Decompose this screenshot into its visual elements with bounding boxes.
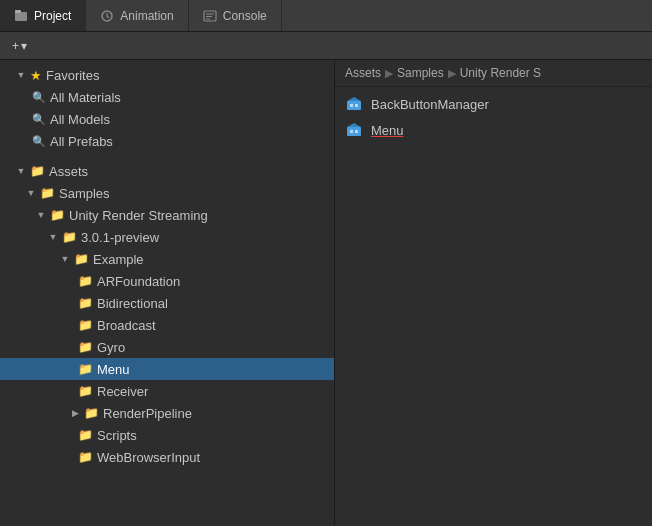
- renderpipeline-folder-icon: 📁: [84, 406, 99, 420]
- console-tab-icon: [203, 9, 217, 23]
- backbuttonmanager-label: BackButtonManager: [371, 97, 489, 112]
- tree-item-gyro[interactable]: 📁 Gyro: [0, 336, 334, 358]
- samples-label: Samples: [59, 186, 110, 201]
- preview-label: 3.0.1-preview: [81, 230, 159, 245]
- broadcast-label: Broadcast: [97, 318, 156, 333]
- tree-item-scripts[interactable]: 📁 Scripts: [0, 424, 334, 446]
- unity-component-icon-menu: [345, 121, 363, 139]
- samples-folder-icon: 📁: [40, 186, 55, 200]
- favorites-header[interactable]: ▼ ★ Favorites: [0, 64, 334, 86]
- tree-item-all-prefabs[interactable]: 🔍 All Prefabs: [0, 130, 334, 152]
- tree-item-all-materials[interactable]: 🔍 All Materials: [0, 86, 334, 108]
- svg-rect-7: [347, 101, 361, 110]
- bidirectional-folder-icon: 📁: [78, 296, 93, 310]
- tree-item-menu[interactable]: 📁 Menu: [0, 358, 334, 380]
- file-item-backbuttonmanager[interactable]: BackButtonManager: [335, 91, 652, 117]
- svg-rect-0: [15, 12, 27, 21]
- file-item-menu[interactable]: Menu: [335, 117, 652, 143]
- svg-rect-1: [15, 10, 21, 13]
- tab-console-label: Console: [223, 9, 267, 23]
- webbrowserinput-label: WebBrowserInput: [97, 450, 200, 465]
- favorites-section: ▼ ★ Favorites 🔍 All Materials 🔍 All Mode…: [0, 60, 334, 156]
- tab-animation-label: Animation: [120, 9, 173, 23]
- menu-file-label: Menu: [371, 123, 404, 138]
- toolbar: + ▾: [0, 32, 652, 60]
- scripts-folder-icon: 📁: [78, 428, 93, 442]
- tree-item-samples[interactable]: ▼ 📁 Samples: [0, 182, 334, 204]
- tree-item-renderpipeline[interactable]: ▶ 📁 RenderPipeline: [0, 402, 334, 424]
- tree-item-bidirectional[interactable]: 📁 Bidirectional: [0, 292, 334, 314]
- svg-rect-10: [355, 104, 358, 107]
- tree-item-all-models[interactable]: 🔍 All Models: [0, 108, 334, 130]
- right-panel: Assets ▶ Samples ▶ Unity Render S BackBu…: [335, 60, 652, 525]
- favorites-star-icon: ★: [30, 68, 42, 83]
- arfoundation-label: ARFoundation: [97, 274, 180, 289]
- assets-arrow: ▼: [16, 166, 26, 176]
- search-icon-prefabs: 🔍: [32, 135, 46, 148]
- all-models-label: All Models: [50, 112, 110, 127]
- gyro-label: Gyro: [97, 340, 125, 355]
- urs-label: Unity Render Streaming: [69, 208, 208, 223]
- add-label: +: [12, 39, 19, 53]
- svg-rect-13: [350, 130, 353, 133]
- unity-component-icon-back: [345, 95, 363, 113]
- svg-rect-11: [347, 127, 361, 136]
- breadcrumb-sep-2: ▶: [448, 67, 456, 80]
- add-button[interactable]: + ▾: [8, 37, 31, 55]
- all-prefabs-label: All Prefabs: [50, 134, 113, 149]
- example-label: Example: [93, 252, 144, 267]
- breadcrumb-unityrenders[interactable]: Unity Render S: [460, 66, 541, 80]
- assets-label: Assets: [49, 164, 88, 179]
- svg-marker-8: [347, 97, 361, 101]
- example-arrow: ▼: [60, 254, 70, 264]
- tab-project-label: Project: [34, 9, 71, 23]
- renderpipeline-label: RenderPipeline: [103, 406, 192, 421]
- tree-item-broadcast[interactable]: 📁 Broadcast: [0, 314, 334, 336]
- svg-rect-9: [350, 104, 353, 107]
- main-layout: ▼ ★ Favorites 🔍 All Materials 🔍 All Mode…: [0, 60, 652, 525]
- urs-folder-icon: 📁: [50, 208, 65, 222]
- tab-project[interactable]: Project: [0, 0, 86, 31]
- file-list: BackButtonManager Menu: [335, 87, 652, 147]
- arfoundation-folder-icon: 📁: [78, 274, 93, 288]
- menu-label: Menu: [97, 362, 130, 377]
- webbrowserinput-folder-icon: 📁: [78, 450, 93, 464]
- assets-section: ▼ 📁 Assets ▼ 📁 Samples ▼ 📁 Unity Render …: [0, 156, 334, 472]
- add-dropdown-icon: ▾: [21, 39, 27, 53]
- project-tab-icon: [14, 9, 28, 23]
- all-materials-label: All Materials: [50, 90, 121, 105]
- assets-folder-icon: 📁: [30, 164, 45, 178]
- tab-console[interactable]: Console: [189, 0, 282, 31]
- tree-item-301preview[interactable]: ▼ 📁 3.0.1-preview: [0, 226, 334, 248]
- bidirectional-label: Bidirectional: [97, 296, 168, 311]
- urs-arrow: ▼: [36, 210, 46, 220]
- menu-folder-icon: 📁: [78, 362, 93, 376]
- tree-item-receiver[interactable]: 📁 Receiver: [0, 380, 334, 402]
- breadcrumb-samples[interactable]: Samples: [397, 66, 444, 80]
- assets-header[interactable]: ▼ 📁 Assets: [0, 160, 334, 182]
- receiver-folder-icon: 📁: [78, 384, 93, 398]
- preview-folder-icon: 📁: [62, 230, 77, 244]
- favorites-label: Favorites: [46, 68, 99, 83]
- breadcrumb-assets[interactable]: Assets: [345, 66, 381, 80]
- favorites-arrow: ▼: [16, 70, 26, 80]
- gyro-folder-icon: 📁: [78, 340, 93, 354]
- preview-arrow: ▼: [48, 232, 58, 242]
- svg-rect-14: [355, 130, 358, 133]
- svg-marker-12: [347, 123, 361, 127]
- search-icon-models: 🔍: [32, 113, 46, 126]
- animation-tab-icon: [100, 9, 114, 23]
- tree-item-webbrowserinput[interactable]: 📁 WebBrowserInput: [0, 446, 334, 468]
- tree-item-example[interactable]: ▼ 📁 Example: [0, 248, 334, 270]
- left-panel: ▼ ★ Favorites 🔍 All Materials 🔍 All Mode…: [0, 60, 335, 525]
- example-folder-icon: 📁: [74, 252, 89, 266]
- renderpipeline-arrow: ▶: [70, 408, 80, 418]
- broadcast-folder-icon: 📁: [78, 318, 93, 332]
- scripts-label: Scripts: [97, 428, 137, 443]
- breadcrumb-sep-1: ▶: [385, 67, 393, 80]
- tree-item-arfoundation[interactable]: 📁 ARFoundation: [0, 270, 334, 292]
- tab-animation[interactable]: Animation: [86, 0, 188, 31]
- breadcrumb: Assets ▶ Samples ▶ Unity Render S: [335, 60, 652, 87]
- search-icon-materials: 🔍: [32, 91, 46, 104]
- tree-item-unity-render-streaming[interactable]: ▼ 📁 Unity Render Streaming: [0, 204, 334, 226]
